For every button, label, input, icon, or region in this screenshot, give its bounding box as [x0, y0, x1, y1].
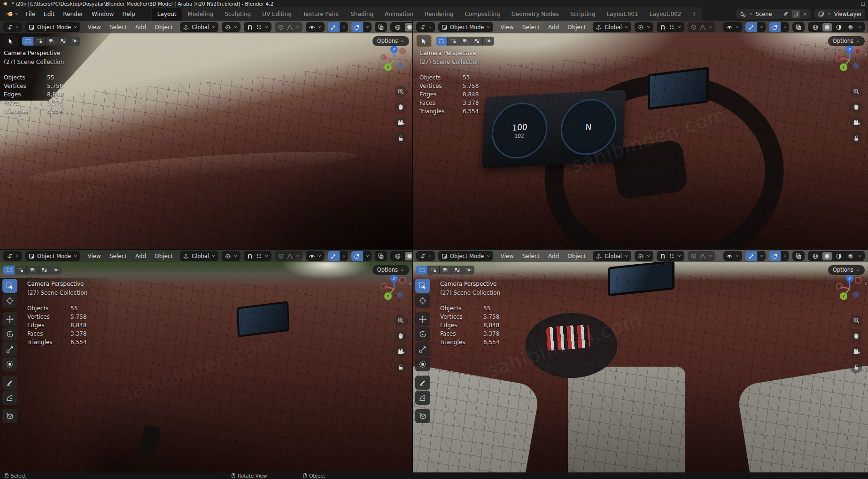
- select-mode-extend[interactable]: [34, 37, 46, 46]
- lock-view-button[interactable]: [850, 361, 862, 373]
- lock-view-button[interactable]: [395, 132, 407, 144]
- select-mode-intersect[interactable]: [69, 37, 80, 46]
- editor-type-button[interactable]: [416, 251, 435, 261]
- xray-toggle[interactable]: [375, 251, 387, 261]
- viewport-bottom-right[interactable]: sahibinden.com Object Mode View Select A…: [413, 250, 868, 472]
- gizmos-toggle[interactable]: [328, 251, 348, 261]
- select-mode-subtract[interactable]: [440, 266, 451, 275]
- solid-shading-button[interactable]: [405, 252, 412, 260]
- snap-controls[interactable]: [244, 22, 271, 32]
- overlays-toggle[interactable]: [351, 22, 372, 32]
- tool-rotate[interactable]: [415, 327, 430, 341]
- zoom-button[interactable]: [850, 86, 862, 98]
- menu-help[interactable]: Help: [118, 9, 139, 19]
- lock-view-button[interactable]: [395, 361, 407, 373]
- tab-animation[interactable]: Animation: [379, 8, 419, 21]
- visibility-dropdown[interactable]: [723, 22, 742, 32]
- navigation-gizmo[interactable]: [380, 44, 409, 73]
- tool-select-box[interactable]: [415, 279, 430, 293]
- solid-shading-button[interactable]: [822, 23, 832, 31]
- viewport-top-right[interactable]: 100 102 N sahibinden.com: [413, 21, 868, 249]
- navigation-gizmo[interactable]: [835, 44, 864, 73]
- blender-app-menu[interactable]: [3, 10, 22, 18]
- active-tool-button[interactable]: [416, 35, 432, 47]
- xray-toggle[interactable]: [375, 22, 387, 32]
- view-menu[interactable]: View: [496, 23, 517, 31]
- sidebar-toggle[interactable]: ‹: [865, 280, 867, 287]
- tool-annotate[interactable]: [2, 376, 17, 390]
- select-menu[interactable]: Select: [519, 23, 543, 31]
- view-menu[interactable]: View: [84, 23, 104, 31]
- object-menu[interactable]: Object: [151, 23, 177, 31]
- camera-view-button[interactable]: [850, 346, 862, 358]
- tab-uv-editing[interactable]: UV Editing: [256, 8, 297, 21]
- mode-selector[interactable]: Object Mode: [438, 251, 493, 261]
- pan-button[interactable]: [395, 330, 407, 342]
- sidebar-toggle[interactable]: ‹: [865, 51, 867, 58]
- camera-view-button[interactable]: [395, 346, 407, 358]
- gizmos-toggle[interactable]: [328, 22, 348, 32]
- visibility-dropdown[interactable]: [723, 251, 742, 261]
- pan-button[interactable]: [850, 101, 862, 113]
- transform-orientation-selector[interactable]: Global: [593, 22, 631, 32]
- tool-measure[interactable]: [2, 391, 17, 405]
- viewport-top-left[interactable]: sahibinden.com Object Mode View Select A…: [0, 21, 412, 249]
- visibility-dropdown[interactable]: [306, 251, 325, 261]
- material-preview-button[interactable]: [834, 252, 844, 260]
- select-menu[interactable]: Select: [106, 252, 131, 260]
- mode-selector[interactable]: Object Mode: [25, 251, 80, 261]
- new-scene-button[interactable]: [792, 10, 800, 18]
- select-mode-set[interactable]: [22, 37, 34, 46]
- wireframe-shading-button[interactable]: [393, 252, 403, 260]
- tool-add-cube[interactable]: [415, 409, 430, 423]
- select-mode-intersect[interactable]: [463, 266, 474, 275]
- wireframe-shading-button[interactable]: [811, 23, 820, 31]
- viewport-bottom-left[interactable]: sahibinden.com Object Mode View Select A…: [0, 250, 412, 472]
- overlays-toggle[interactable]: [769, 251, 789, 261]
- select-mode-extend[interactable]: [428, 266, 440, 275]
- pivot-point-selector[interactable]: [635, 22, 653, 32]
- tool-cursor[interactable]: [415, 294, 430, 308]
- maximize-button[interactable]: □: [861, 0, 865, 7]
- pin-icon[interactable]: [783, 11, 789, 17]
- select-mode-intersect[interactable]: [50, 266, 62, 275]
- gizmos-toggle[interactable]: [745, 22, 766, 32]
- add-menu[interactable]: Add: [544, 23, 563, 31]
- select-mode-subtract[interactable]: [46, 37, 57, 46]
- tab-rendering[interactable]: Rendering: [419, 8, 459, 21]
- tool-measure[interactable]: [415, 391, 430, 405]
- pivot-point-selector[interactable]: [222, 251, 240, 261]
- tool-annotate[interactable]: [415, 376, 430, 390]
- select-mode-extend[interactable]: [448, 37, 459, 46]
- sidebar-toggle[interactable]: ‹: [409, 51, 411, 58]
- rendered-shading-button[interactable]: [846, 23, 855, 31]
- camera-view-button[interactable]: [395, 117, 407, 129]
- object-menu[interactable]: Object: [564, 23, 589, 31]
- tab-shading[interactable]: Shading: [345, 8, 379, 21]
- camera-view-button[interactable]: [850, 117, 862, 129]
- active-tool-button[interactable]: [3, 35, 18, 47]
- proportional-editing-controls[interactable]: [688, 251, 715, 261]
- transform-orientation-selector[interactable]: Global: [593, 251, 631, 261]
- object-menu[interactable]: Object: [564, 252, 589, 260]
- tool-move[interactable]: [415, 312, 430, 326]
- options-dropdown[interactable]: Options: [828, 265, 865, 275]
- tab-modeling[interactable]: Modeling: [182, 8, 219, 21]
- viewlayer-selector[interactable]: ViewLayer: [814, 9, 865, 19]
- snap-controls[interactable]: [657, 251, 684, 261]
- wireframe-shading-button[interactable]: [393, 23, 403, 31]
- solid-shading-button[interactable]: [405, 23, 412, 31]
- select-mode-set[interactable]: [3, 266, 15, 275]
- menu-window[interactable]: Window: [87, 9, 118, 19]
- tab-layout-001[interactable]: Layout.001: [601, 8, 644, 21]
- select-mode-invert[interactable]: [39, 266, 50, 275]
- mode-selector[interactable]: Object Mode: [25, 22, 80, 32]
- menu-file[interactable]: File: [22, 9, 39, 19]
- select-menu[interactable]: Select: [519, 252, 543, 260]
- zoom-button[interactable]: [850, 314, 862, 327]
- snap-controls[interactable]: [657, 22, 684, 32]
- select-mode-set[interactable]: [436, 37, 448, 46]
- select-mode-subtract[interactable]: [27, 266, 39, 275]
- editor-type-button[interactable]: [416, 22, 435, 32]
- add-menu[interactable]: Add: [132, 23, 150, 31]
